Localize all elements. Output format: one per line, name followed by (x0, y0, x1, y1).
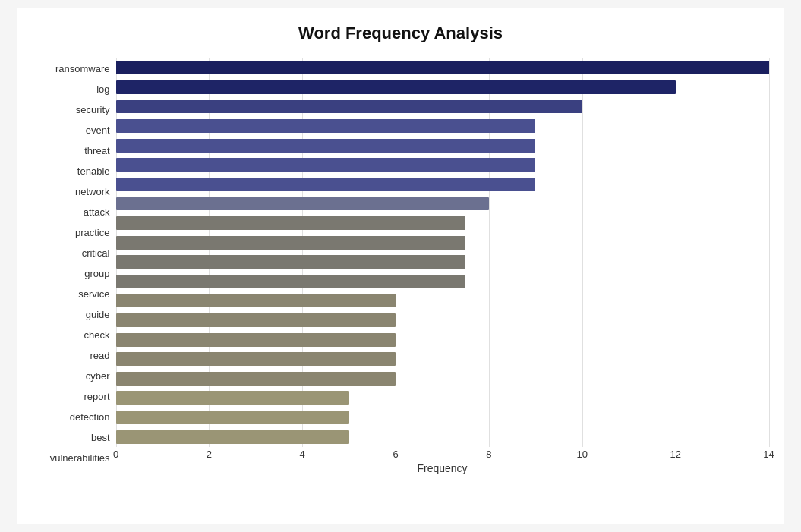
bar (116, 100, 582, 114)
y-label: guide (86, 304, 110, 325)
bar (116, 275, 466, 288)
y-label: vulnerabilities (50, 448, 110, 468)
x-tick-label: 14 (763, 449, 774, 460)
y-label: group (84, 263, 109, 284)
x-tick-label: 2 (207, 449, 212, 460)
y-label: ransomware (55, 58, 110, 79)
bar (116, 61, 769, 74)
bar (116, 430, 349, 444)
y-label: check (84, 325, 110, 345)
bar (116, 333, 396, 347)
bar-row (116, 213, 769, 233)
y-label: read (90, 345, 109, 366)
bar-row (116, 58, 769, 78)
bar (116, 313, 396, 327)
bar-row (116, 97, 769, 117)
chart-container: Word Frequency Analysis ransomwarelogsec… (17, 8, 784, 524)
y-label: best (91, 427, 110, 448)
x-tick-label: 12 (670, 449, 680, 460)
x-axis-title: Frequency (116, 462, 769, 474)
y-label: practice (75, 222, 110, 243)
x-tick-label: 10 (577, 449, 588, 460)
y-label: event (86, 120, 110, 140)
bar-row (116, 194, 769, 214)
y-label: security (76, 99, 110, 120)
y-label: network (75, 181, 110, 202)
bar-row (116, 233, 769, 253)
x-tick-label: 6 (393, 449, 398, 460)
x-tick-label: 8 (486, 449, 491, 460)
bar-row (116, 389, 769, 408)
x-tick-label: 0 (113, 449, 118, 460)
y-axis-labels: ransomwarelogsecurityeventthreattenablen… (33, 58, 116, 468)
bar (116, 119, 536, 133)
bar (116, 216, 466, 230)
bar (116, 255, 466, 269)
bars-area: 02468101214 Frequency (116, 58, 769, 468)
y-label: service (78, 284, 109, 304)
bar-row (116, 77, 769, 97)
bar-row (116, 252, 769, 272)
y-label: log (96, 79, 109, 99)
bar (116, 411, 349, 424)
bar-row (116, 427, 769, 447)
y-label: threat (84, 140, 109, 161)
bar-row (116, 369, 769, 389)
chart-title: Word Frequency Analysis (33, 24, 769, 43)
bar (116, 80, 676, 94)
bar (116, 294, 396, 307)
bar (116, 178, 536, 191)
bar-row (116, 136, 769, 156)
bar-row (116, 330, 769, 350)
bar-row (116, 310, 769, 330)
bar-row (116, 408, 769, 427)
bar (116, 372, 396, 386)
bar (116, 352, 396, 366)
y-label: detection (70, 407, 110, 427)
bar (116, 197, 489, 211)
bar-row (116, 116, 769, 136)
bar-row (116, 272, 769, 291)
x-tick-label: 4 (300, 449, 305, 460)
bar-row (116, 175, 769, 194)
y-label: attack (84, 202, 110, 222)
bar-row (116, 349, 769, 369)
bar (116, 158, 536, 172)
bar (116, 391, 349, 405)
y-label: tenable (77, 161, 110, 181)
bar (116, 139, 536, 153)
y-label: critical (82, 243, 110, 263)
bar-row (116, 155, 769, 175)
grid-line (769, 58, 770, 447)
bar (116, 236, 466, 250)
y-label: cyber (86, 366, 110, 386)
bar-row (116, 291, 769, 311)
y-label: report (84, 386, 110, 407)
